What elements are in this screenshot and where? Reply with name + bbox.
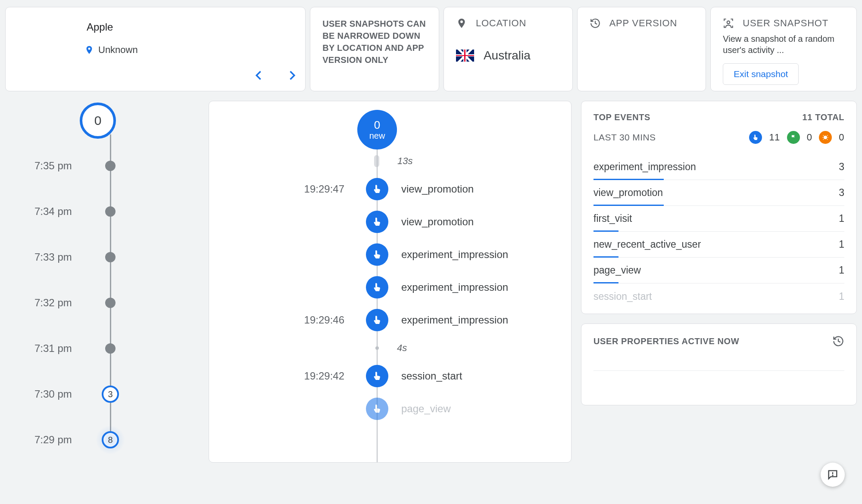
timeline-node[interactable]: 3 bbox=[102, 386, 119, 403]
timeline-row[interactable]: 7:29 pm8 bbox=[5, 417, 199, 463]
snapshot-card: USER SNAPSHOT View a snapshot of a rando… bbox=[710, 7, 857, 91]
top-event-count: 1 bbox=[839, 213, 844, 224]
event-timestamp: 19:29:42 bbox=[271, 370, 344, 382]
event-stream-panel: 0 new 13s19:29:47view_promotionview_prom… bbox=[209, 101, 572, 463]
event-name: page_view bbox=[401, 403, 451, 415]
exit-snapshot-button[interactable]: Exit snapshot bbox=[723, 63, 799, 85]
event-name: experiment_impression bbox=[401, 249, 508, 261]
top-event-item[interactable]: experiment_impression3 bbox=[593, 154, 844, 180]
main-area: 0 7:35 pm7:34 pm7:33 pm7:32 pm7:31 pm7:3… bbox=[0, 98, 862, 463]
timeline-time: 7:31 pm bbox=[5, 342, 83, 355]
device-pager bbox=[251, 68, 300, 83]
snapshot-header: USER SNAPSHOT bbox=[723, 18, 844, 29]
event-row[interactable]: 19:29:42session_start bbox=[357, 360, 558, 392]
flag-badge-icon bbox=[787, 131, 800, 144]
location-header: LOCATION bbox=[456, 18, 560, 29]
timeline-row[interactable]: 7:32 pm bbox=[5, 280, 199, 326]
snapshot-desc: View a snapshot of a random user's activ… bbox=[723, 33, 844, 56]
svg-point-3 bbox=[832, 475, 833, 476]
top-event-count: 3 bbox=[839, 187, 844, 199]
timeline-node[interactable] bbox=[105, 252, 116, 262]
gap-duration: 13s bbox=[397, 156, 412, 167]
event-name: experiment_impression bbox=[401, 281, 508, 293]
event-type-icon bbox=[366, 276, 388, 299]
touch-badge-icon bbox=[749, 131, 762, 144]
top-event-name: session_start bbox=[593, 291, 652, 302]
feedback-icon bbox=[827, 469, 839, 481]
top-events-list: experiment_impression3view_promotion3fir… bbox=[593, 154, 844, 309]
event-row[interactable]: 19:29:47view_promotion bbox=[357, 173, 558, 205]
event-type-icon bbox=[366, 365, 388, 387]
svg-point-1 bbox=[824, 136, 827, 139]
top-event-name: new_recent_active_user bbox=[593, 239, 701, 250]
timeline-node[interactable]: 8 bbox=[102, 431, 119, 448]
device-card: Apple Unknown bbox=[5, 7, 306, 91]
location-icon bbox=[456, 18, 467, 29]
timeline-time: 7:35 pm bbox=[5, 160, 83, 172]
timeline-node[interactable] bbox=[105, 298, 116, 308]
touch-badge-count: 11 bbox=[769, 132, 780, 143]
app-version-card[interactable]: APP VERSION bbox=[577, 7, 706, 91]
location-country: Australia bbox=[456, 49, 560, 62]
prev-button[interactable] bbox=[251, 68, 267, 83]
location-pin-icon bbox=[84, 45, 94, 55]
bug-badge-icon bbox=[819, 131, 832, 144]
event-type-icon bbox=[366, 178, 388, 200]
event-gap: 4s bbox=[373, 336, 558, 360]
top-event-item[interactable]: page_view1 bbox=[593, 258, 844, 283]
minute-timeline: 0 7:35 pm7:34 pm7:33 pm7:32 pm7:31 pm7:3… bbox=[5, 101, 199, 463]
timeline-row[interactable]: 7:31 pm bbox=[5, 326, 199, 371]
user-properties-header: USER PROPERTIES ACTIVE NOW bbox=[593, 336, 739, 346]
bug-badge-count: 0 bbox=[839, 132, 844, 143]
note-card: USER SNAPSHOTS CAN BE NARROWED DOWN BY L… bbox=[310, 7, 439, 91]
timeline-time: 7:30 pm bbox=[5, 388, 83, 400]
timeline-time: 7:33 pm bbox=[5, 251, 83, 263]
event-name: view_promotion bbox=[401, 183, 474, 195]
top-event-item[interactable]: new_recent_active_user1 bbox=[593, 232, 844, 258]
timeline-node[interactable] bbox=[105, 161, 116, 171]
event-head-value: 0 bbox=[374, 118, 380, 132]
timeline-node[interactable] bbox=[105, 343, 116, 354]
timeline-node[interactable] bbox=[105, 206, 116, 217]
top-events-badges: 11 0 0 bbox=[749, 131, 844, 144]
svg-point-0 bbox=[727, 21, 730, 24]
top-events-total: 11 TOTAL bbox=[803, 112, 844, 122]
event-head-sub: new bbox=[369, 131, 385, 141]
event-timestamp: 19:29:47 bbox=[271, 183, 344, 195]
event-head-badge[interactable]: 0 new bbox=[357, 110, 397, 149]
snapshot-icon bbox=[723, 18, 734, 29]
timeline-time: 7:32 pm bbox=[5, 297, 83, 309]
location-card[interactable]: LOCATION Australia bbox=[443, 7, 573, 91]
event-name: session_start bbox=[401, 370, 462, 382]
timeline-row[interactable]: 7:30 pm3 bbox=[5, 371, 199, 417]
timeline-row[interactable]: 7:34 pm bbox=[5, 189, 199, 234]
top-event-count: 1 bbox=[839, 239, 844, 250]
event-row[interactable]: view_promotion bbox=[357, 205, 558, 238]
timeline-current-badge[interactable]: 0 bbox=[80, 103, 116, 139]
app-version-header-text: APP VERSION bbox=[609, 18, 678, 29]
feedback-button[interactable] bbox=[821, 463, 845, 487]
top-event-count: 1 bbox=[839, 291, 844, 302]
location-header-text: LOCATION bbox=[476, 18, 526, 29]
event-row[interactable]: experiment_impression bbox=[357, 271, 558, 304]
top-event-item[interactable]: session_start1 bbox=[593, 283, 844, 309]
history-icon[interactable] bbox=[832, 335, 844, 347]
timeline-row[interactable]: 7:33 pm bbox=[5, 234, 199, 280]
top-card-row: Apple Unknown USER SNAPSHOTS CAN BE NARR… bbox=[0, 0, 862, 98]
event-type-icon bbox=[366, 211, 388, 233]
flag-icon bbox=[456, 50, 474, 62]
timeline-row[interactable]: 7:35 pm bbox=[5, 143, 199, 189]
top-event-name: first_visit bbox=[593, 213, 632, 224]
event-row[interactable]: experiment_impression bbox=[357, 238, 558, 271]
top-event-count: 3 bbox=[839, 161, 844, 173]
flag-badge-count: 0 bbox=[807, 132, 812, 143]
top-event-item[interactable]: first_visit1 bbox=[593, 206, 844, 232]
device-location: Unknown bbox=[84, 44, 293, 56]
event-row[interactable]: 19:29:46experiment_impression bbox=[357, 304, 558, 336]
history-icon bbox=[590, 18, 601, 29]
top-event-item[interactable]: view_promotion3 bbox=[593, 180, 844, 206]
next-button[interactable] bbox=[284, 68, 300, 83]
event-row[interactable]: page_view bbox=[357, 392, 558, 425]
event-type-icon bbox=[366, 243, 388, 266]
top-events-sublabel: LAST 30 MINS bbox=[593, 132, 656, 143]
